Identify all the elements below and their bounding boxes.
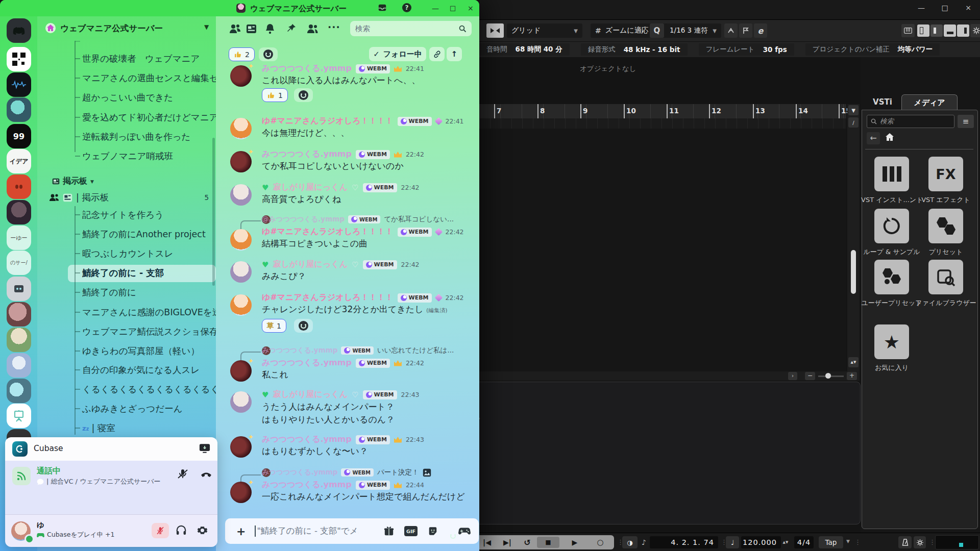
add-reaction-button[interactable] bbox=[294, 319, 313, 333]
message-author[interactable]: みつつつつくる.ymmp bbox=[262, 434, 352, 445]
metronome-button[interactable] bbox=[898, 536, 912, 548]
discord-minimize-button[interactable]: — bbox=[432, 4, 439, 12]
server-icon-easel[interactable] bbox=[7, 404, 31, 428]
gif-icon[interactable]: GIF bbox=[404, 526, 418, 536]
reply-author[interactable]: みつつつつくる.ymmp bbox=[262, 468, 337, 477]
thread-item[interactable]: くるくるくるくるくるくるくるくる bbox=[75, 383, 216, 396]
chevron-down-icon[interactable]: ▼ bbox=[204, 23, 209, 31]
vertical-scroll-thumb[interactable] bbox=[851, 250, 856, 294]
stop-button[interactable]: ■ bbox=[537, 535, 559, 549]
media-search-input[interactable]: 検索 bbox=[867, 115, 954, 128]
message-author[interactable]: ゆ#マニアさんラジオしろ！！！！ bbox=[262, 116, 394, 127]
server-icon-avatar-5[interactable] bbox=[7, 353, 31, 378]
left-zone-toggle-active[interactable] bbox=[930, 24, 943, 37]
inbox-icon[interactable] bbox=[378, 3, 387, 12]
zoom-out-button[interactable]: − bbox=[805, 372, 815, 380]
add-reaction-button[interactable] bbox=[294, 88, 313, 102]
avatar[interactable] bbox=[230, 184, 252, 206]
reply-author[interactable]: みつつつつくる.ymmp bbox=[262, 346, 337, 355]
disconnect-call-icon[interactable] bbox=[200, 469, 212, 479]
presets-tile[interactable] bbox=[928, 209, 963, 243]
settings-gear-icon[interactable] bbox=[197, 525, 208, 536]
thread-item[interactable]: ウェブノマニア哨戒班 bbox=[75, 149, 216, 163]
thread-item[interactable]: 暇つぶしカウントスレ bbox=[75, 247, 216, 260]
back-arrow-button[interactable]: ← bbox=[867, 132, 880, 144]
game-activity-icon[interactable] bbox=[458, 527, 471, 535]
thread-item[interactable]: 記念サイトを作ろう bbox=[75, 208, 216, 221]
headphones-icon[interactable] bbox=[176, 525, 187, 535]
server-icon-nosa-label[interactable]: のサー/ bbox=[7, 251, 31, 275]
avatar[interactable] bbox=[230, 261, 252, 283]
flag-icon[interactable] bbox=[739, 23, 752, 38]
message-input[interactable]: + "鯖終了の前に - 支部"でメ... GIF bbox=[225, 518, 479, 544]
forum-channel-row[interactable]: | 掲示板 5 bbox=[49, 190, 216, 205]
thread-item[interactable]: ふゆみきとざっつだーん bbox=[75, 402, 216, 415]
sidebar-scrollbar[interactable] bbox=[212, 138, 215, 286]
right-zone-toggle-active[interactable] bbox=[957, 24, 969, 37]
server-icon-qr[interactable] bbox=[7, 47, 31, 71]
thread-item[interactable]: 鯖終了の前にAnother project bbox=[75, 228, 216, 241]
reply-context[interactable]: みつつつつくる.ymmp WEBM いい忘れてたけど私は... bbox=[262, 346, 454, 355]
notifications-bell-icon[interactable] bbox=[264, 23, 276, 34]
loops-samples-tile[interactable] bbox=[874, 209, 909, 243]
message-author[interactable]: 寂しがり屋にっくん bbox=[273, 389, 348, 400]
reply-context[interactable]: みつつつつくる.ymmp WEBM パート決定！ bbox=[262, 468, 431, 477]
zoom-slider-thumb[interactable] bbox=[825, 373, 831, 379]
discord-maximize-button[interactable]: □ bbox=[450, 4, 456, 12]
attach-plus-icon[interactable]: + bbox=[236, 525, 246, 538]
transport-gear-button[interactable] bbox=[914, 536, 926, 548]
h-scroll-arrow-button[interactable]: › bbox=[788, 372, 797, 380]
avatar[interactable] bbox=[230, 151, 252, 172]
add-reaction-button[interactable] bbox=[259, 47, 278, 61]
iterative-quantize-icon[interactable] bbox=[724, 23, 738, 38]
server-icon-idea[interactable]: イデア bbox=[7, 149, 31, 173]
message-author[interactable]: みつつつつくる.ymmp bbox=[262, 358, 352, 368]
position-display[interactable]: 4. 2. 1. 74 bbox=[650, 536, 718, 548]
play-button[interactable]: ▶ bbox=[564, 535, 586, 549]
mic-muted-button[interactable] bbox=[152, 523, 169, 538]
server-name-header[interactable]: ウェブマニア公式サーバー bbox=[60, 23, 163, 34]
tempo-track-icon[interactable]: ♩ bbox=[726, 536, 739, 548]
message-author[interactable]: ゆ#マニアさんラジオしろ！！！！ bbox=[262, 227, 394, 237]
message-author[interactable]: 寂しがり屋にっくん bbox=[273, 259, 348, 270]
thread-item[interactable]: マニアさんに感謝のBIGLOVEを送ろう bbox=[75, 306, 216, 319]
quantize-q-button[interactable]: Q bbox=[650, 23, 664, 38]
project-event-area[interactable] bbox=[479, 129, 846, 371]
setup-gear-icon[interactable] bbox=[970, 24, 980, 37]
message-author[interactable]: 寂しがり屋にっくん bbox=[273, 182, 348, 193]
snap-toggle-button[interactable] bbox=[486, 23, 504, 38]
tap-tempo-button[interactable]: Tap bbox=[819, 536, 843, 548]
more-options-icon[interactable]: ··· bbox=[328, 21, 340, 33]
thread-item[interactable]: 逆転裁判っぽい曲を作った bbox=[75, 130, 216, 143]
go-to-end-button[interactable]: ▶| bbox=[498, 535, 517, 549]
thread-item[interactable]: ウェブマニア鯖伝説スクショ保存場所 bbox=[75, 325, 216, 338]
tempo-display[interactable]: 120.000 bbox=[741, 536, 781, 548]
punch-mode-icon[interactable]: ◑ bbox=[622, 536, 638, 548]
forum-view-icon[interactable] bbox=[246, 24, 257, 34]
cycle-button[interactable]: ↺ bbox=[519, 535, 536, 549]
thread-item[interactable]: ゆきらわの写真部屋（軽い） bbox=[75, 344, 216, 358]
server-icon-99[interactable]: 99 bbox=[7, 124, 31, 148]
tab-media[interactable]: メディア bbox=[901, 94, 958, 110]
message-author[interactable]: みつつつつくる.ymmp bbox=[262, 63, 352, 74]
cubase-minimize-button[interactable]: — bbox=[910, 1, 933, 15]
category-row[interactable]: 掲示板 ▼ bbox=[52, 176, 94, 187]
jump-to-top-button[interactable]: ↑ bbox=[447, 47, 462, 61]
discord-close-button[interactable]: × bbox=[468, 4, 474, 12]
avatar[interactable] bbox=[230, 391, 252, 413]
favorites-tile[interactable]: ★ bbox=[874, 324, 909, 359]
gift-icon[interactable] bbox=[384, 526, 394, 536]
server-icon-avatar-6[interactable] bbox=[7, 379, 31, 403]
avatar[interactable] bbox=[230, 294, 252, 316]
sticker-icon[interactable] bbox=[428, 526, 438, 536]
file-browser-tile[interactable] bbox=[928, 260, 963, 294]
keyboard-icon[interactable] bbox=[901, 24, 915, 37]
avatar[interactable] bbox=[230, 118, 252, 139]
time-signature-display[interactable]: 4/4 bbox=[794, 536, 814, 548]
zoom-tool-button[interactable]: ∕ bbox=[848, 117, 859, 128]
member-list-icon[interactable] bbox=[306, 23, 318, 34]
quantize-preset-dropdown[interactable]: 1/16 3 連符 ▼ bbox=[665, 23, 721, 38]
message-author[interactable]: ゆ#マニアさんラジオしろ！！！！ bbox=[262, 292, 394, 303]
search-input[interactable]: 検索 bbox=[350, 21, 472, 36]
avatar[interactable] bbox=[230, 229, 252, 251]
